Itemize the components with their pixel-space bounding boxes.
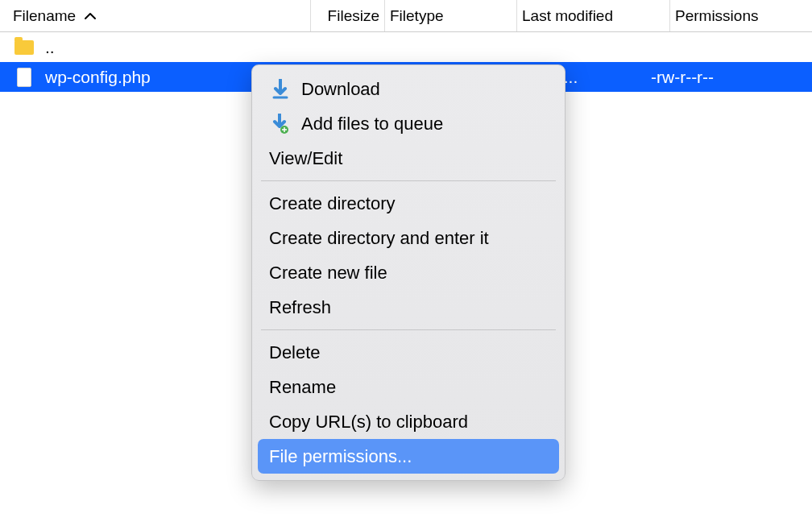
menu-download[interactable]: Download (258, 72, 559, 106)
folder-icon (14, 38, 34, 57)
download-icon (269, 78, 292, 101)
menu-create-directory-label: Create directory (269, 193, 548, 214)
menu-delete-label: Delete (269, 342, 548, 363)
column-permissions[interactable]: Permissions (670, 0, 803, 31)
context-menu: Download Add files to queue View/Edit Cr… (251, 64, 566, 481)
menu-copy-urls[interactable]: Copy URL(s) to clipboard (258, 404, 559, 439)
menu-view-edit[interactable]: View/Edit (258, 141, 559, 176)
menu-copy-urls-label: Copy URL(s) to clipboard (269, 412, 548, 433)
menu-refresh-label: Refresh (269, 297, 548, 318)
menu-create-file-label: Create new file (269, 263, 548, 284)
menu-view-edit-label: View/Edit (269, 148, 548, 169)
column-filesize[interactable]: Filesize (311, 0, 385, 31)
table-row-parent[interactable]: .. (0, 32, 812, 62)
menu-file-permissions-label: File permissions... (269, 446, 548, 467)
menu-create-directory-enter-label: Create directory and enter it (269, 228, 548, 249)
file-name-label: .. (45, 38, 55, 57)
menu-add-to-queue[interactable]: Add files to queue (258, 106, 559, 141)
column-filesize-label: Filesize (328, 7, 379, 25)
menu-create-directory[interactable]: Create directory (258, 186, 559, 221)
sort-asc-icon (84, 12, 97, 20)
column-filetype-label: Filetype (390, 7, 444, 25)
column-lastmodified-label: Last modified (522, 7, 613, 25)
menu-add-to-queue-label: Add files to queue (301, 114, 548, 135)
cell-filename: .. (14, 38, 292, 57)
file-name-label: wp-config.php (45, 68, 151, 87)
menu-create-directory-enter[interactable]: Create directory and enter it (258, 221, 559, 255)
menu-refresh[interactable]: Refresh (258, 290, 559, 325)
cell-filename: wp-config.php (14, 68, 292, 87)
menu-create-file[interactable]: Create new file (258, 255, 559, 290)
menu-divider (261, 329, 556, 330)
column-filename-label: Filename (13, 7, 76, 25)
menu-delete[interactable]: Delete (258, 335, 559, 370)
menu-rename-label: Rename (269, 377, 548, 398)
file-icon (14, 68, 34, 87)
menu-rename[interactable]: Rename (258, 370, 559, 404)
cell-permissions: -rw-r--r-- (651, 68, 784, 87)
menu-download-label: Download (301, 79, 548, 100)
table-header: Filename Filesize Filetype Last modified… (0, 0, 812, 32)
column-lastmodified[interactable]: Last modified (517, 0, 670, 31)
menu-divider (261, 180, 556, 181)
column-permissions-label: Permissions (675, 7, 758, 25)
queue-icon (269, 113, 292, 135)
column-filename[interactable]: Filename (8, 0, 311, 31)
column-filetype[interactable]: Filetype (385, 0, 517, 31)
menu-file-permissions[interactable]: File permissions... (258, 439, 559, 474)
